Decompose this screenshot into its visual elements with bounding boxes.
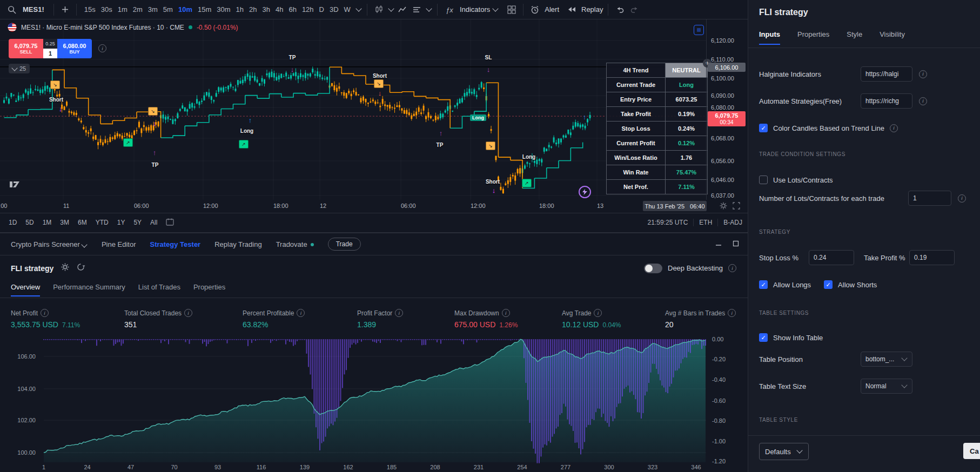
info-icon[interactable]: i [958,194,966,203]
interval-3D[interactable]: 3D [327,4,341,15]
report-tab-overview[interactable]: Overview [11,283,40,296]
interval-5m[interactable]: 5m [160,4,176,15]
panel-tab-tradovate[interactable]: Tradovate [276,240,314,248]
price-chart-pane[interactable]: ↘Short↓↘↓↑TP↗↗Long↑TP↓Short↘↓↑TPLongSL↓↘… [0,19,706,200]
range-1y[interactable]: 1Y [117,219,125,226]
quantity-value[interactable]: 1 [43,49,57,58]
range-5d[interactable]: 5D [25,219,33,226]
interval-30m[interactable]: 30m [214,4,233,15]
report-tab-performance-summary[interactable]: Performance Summary [53,283,125,295]
dialog-tab-visibility[interactable]: Visibility [880,30,905,45]
marker-label-long[interactable]: Long [522,154,535,160]
report-tab-list-of-trades[interactable]: List of Trades [138,283,180,295]
marker-label-tp[interactable]: TP [152,162,159,168]
marker-arrow-up[interactable]: ↑ [583,113,587,121]
dialog-tab-style[interactable]: Style [847,30,862,45]
color-candles-checkbox[interactable]: ✓ [759,124,768,132]
info-table[interactable]: + 4H TrendNEUTRALCurrent TradeLongEntry … [606,63,708,194]
marker-arrow-up[interactable]: ↑ [153,149,157,157]
range-all[interactable]: All [150,219,157,226]
info-icon[interactable]: i [890,124,898,132]
panel-tab-crypto-pairs-screener[interactable]: Crypto Pairs Screener [11,240,88,248]
use-lots-checkbox[interactable]: ✓ [759,176,768,184]
axis-settings-gear-icon[interactable] [720,202,727,212]
marker-long-box[interactable]: Long [470,114,486,121]
num-lots-input[interactable] [908,191,951,206]
interval-W[interactable]: W [341,4,353,15]
time-axis[interactable]: Thu 13 Feb '25 06:40 8:001106:0012:0018:… [0,200,748,213]
automate-strategies-input[interactable] [861,93,912,109]
interval-30s[interactable]: 30s [98,4,115,15]
minimize-panel-icon[interactable] [715,240,722,248]
interval-3h[interactable]: 3h [259,4,272,15]
buy-button[interactable]: 6,080.00 BUY [57,39,92,58]
layout-grid-icon[interactable] [505,5,518,14]
interval-3m[interactable]: 3m [145,4,160,15]
take-profit-input[interactable] [909,250,955,265]
goto-date-icon[interactable] [166,218,174,227]
interval-15s[interactable]: 15s [82,4,98,15]
panel-tab-pine-editor[interactable]: Pine Editor [102,240,136,248]
indicators-button[interactable]: Indicators [460,5,490,14]
info-icon[interactable]: i [502,309,510,317]
marker-orange-box[interactable]: ↘ [486,141,495,150]
alert-button[interactable]: Alert [545,5,559,14]
stop-loss-input[interactable] [809,250,854,265]
marker-arrow-down[interactable]: ↓ [291,65,294,73]
marker-orange-box[interactable]: ↘ [148,107,158,116]
marker-orange-box[interactable]: ↘ [374,79,384,88]
sell-button[interactable]: 6,079.75 SELL [9,39,43,58]
marker-label-short[interactable]: Short [49,97,63,103]
redo-icon[interactable] [628,5,641,14]
maximize-chart-icon[interactable] [694,25,704,35]
symbol-title[interactable]: MES1! · Micro E-mini S&P 500 Index Futur… [21,24,184,31]
order-info-icon[interactable]: i [98,44,106,52]
range-1m[interactable]: 1M [43,219,52,226]
replay-icon[interactable] [566,6,578,13]
marker-green-box[interactable]: ↗ [239,140,249,149]
range-1d[interactable]: 1D [9,219,17,226]
marker-green-box[interactable]: ↗ [123,138,133,147]
marker-label-sl[interactable]: SL [485,55,492,60]
report-tab-properties[interactable]: Properties [193,283,225,295]
clock-utc[interactable]: 21:59:25 UTC [648,219,688,226]
info-icon[interactable]: i [184,309,192,317]
panel-tab-replay-trading[interactable]: Replay Trading [214,240,261,248]
marker-arrow-down[interactable]: ↓ [153,119,157,127]
interval-15m[interactable]: 15m [195,4,214,15]
marker-label-tp[interactable]: TP [289,55,296,60]
replay-button[interactable]: Replay [581,5,603,14]
spread-qty-box[interactable]: 0.25 1 [43,39,57,58]
interval-2h[interactable]: 2h [246,4,259,15]
allow-longs-checkbox[interactable]: ✓ [759,280,768,289]
marker-arrow-down[interactable]: ↓ [492,186,496,194]
table-text-size-select[interactable]: Normal [861,379,912,394]
chart-style-icon[interactable] [372,5,386,14]
marker-label-tp[interactable]: TP [437,142,444,148]
panel-tab-strategy-tester[interactable]: Strategy Tester [150,240,200,248]
equity-curve-chart[interactable]: 106.00104.00102.00100.000.00-0.20-0.40-0… [0,334,748,472]
undo-icon[interactable] [613,5,627,14]
strategy-settings-gear-icon[interactable] [61,263,69,273]
search-icon[interactable] [5,5,18,14]
indicators-caret[interactable] [493,5,499,11]
halginate-indicators-input[interactable] [861,66,912,82]
indicators-icon[interactable]: ƒx [442,5,457,14]
marker-arrow-up[interactable]: ↑ [439,129,443,137]
interval-10m[interactable]: 10m [176,4,195,15]
interval-dropdown-caret[interactable] [355,5,361,11]
dialog-tab-inputs[interactable]: Inputs [759,30,780,45]
range-5y[interactable]: 5Y [133,219,142,226]
cancel-button[interactable]: Ca [963,443,980,459]
marker-label-short[interactable]: Short [373,73,387,79]
marker-orange-box[interactable]: ↘ [50,80,60,89]
interval-1m[interactable]: 1m [115,4,130,15]
interval-D[interactable]: D [317,4,327,15]
price-axis[interactable]: 6,120.006,110.006,100.006,090.006,080.00… [706,19,748,200]
info-icon[interactable]: i [395,309,403,317]
maximize-panel-icon[interactable] [733,240,739,248]
assistant-icon[interactable] [579,186,591,198]
range-ytd[interactable]: YTD [96,219,109,226]
deep-backtesting-toggle[interactable] [644,264,662,273]
marker-arrow-down[interactable]: ↓ [487,65,491,73]
